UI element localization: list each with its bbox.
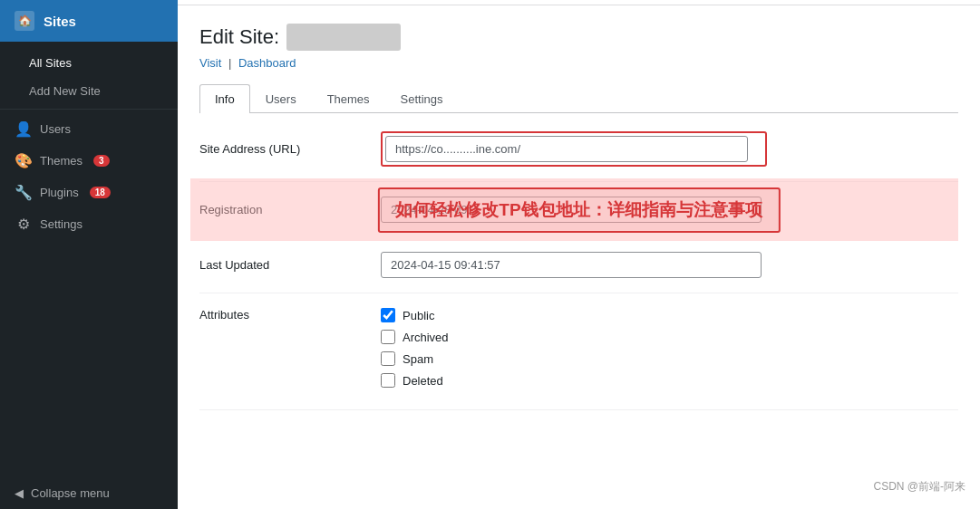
last-updated-field [381, 252, 958, 278]
sidebar-item-plugins[interactable]: 🔧 Plugins 18 [0, 177, 178, 208]
tabs-bar: Info Users Themes Settings [199, 84, 958, 113]
last-updated-input[interactable] [381, 252, 762, 278]
deleted-label[interactable]: Deleted [403, 374, 443, 388]
page-title-blurred [286, 24, 401, 51]
attributes-field: Public Archived Spam Deleted [381, 308, 958, 395]
content-wrapper: Edit Site: Visit | Dashboard Info Users … [178, 5, 980, 509]
url-field-wrapper [381, 131, 767, 167]
all-sites-label: All Sites [29, 56, 72, 70]
add-new-site-label: Add New Site [29, 84, 101, 98]
plugins-badge: 18 [90, 187, 111, 198]
page-links: Visit | Dashboard [199, 56, 958, 70]
collapse-icon: ◀ [15, 486, 24, 500]
page-title-row: Edit Site: [199, 24, 958, 51]
sidebar-item-settings[interactable]: ⚙ Settings [0, 208, 178, 240]
deleted-checkbox[interactable] [381, 373, 395, 388]
plugins-label: Plugins [40, 186, 79, 199]
settings-icon: ⚙ [15, 216, 33, 233]
sidebar-separator-1 [0, 109, 178, 110]
public-label[interactable]: Public [403, 309, 434, 322]
link-separator: | [228, 56, 235, 70]
main-content: Edit Site: Visit | Dashboard Info Users … [178, 0, 980, 509]
visit-link[interactable]: Visit [199, 56, 221, 70]
watermark-text: CSDN @前端-阿来 [873, 480, 965, 493]
sidebar-header: 🏠 Sites [0, 0, 178, 42]
checkbox-row-spam: Spam [381, 351, 958, 366]
watermark: CSDN @前端-阿来 [873, 479, 965, 495]
sidebar-item-themes[interactable]: 🎨 Themes 3 [0, 145, 178, 177]
site-address-input[interactable] [385, 136, 748, 162]
public-checkbox[interactable] [381, 308, 395, 322]
registration-section: Registration 如何轻松修改TP钱包地址：详细指南与注意事项 [199, 197, 958, 223]
users-icon: 👤 [15, 120, 33, 138]
attributes-row: Attributes Public Archived Spam Deleted [199, 308, 958, 410]
tab-themes[interactable]: Themes [312, 84, 385, 113]
sidebar-title: Sites [44, 14, 76, 29]
registration-label: Registration [199, 203, 381, 216]
archived-checkbox[interactable] [381, 330, 395, 344]
collapse-label: Collapse menu [31, 486, 110, 500]
page-title-prefix: Edit Site: [199, 25, 279, 49]
last-updated-row: Last Updated [199, 252, 958, 293]
users-label: Users [40, 122, 71, 136]
sidebar-nav: All Sites Add New Site 👤 Users 🎨 Themes … [0, 42, 178, 477]
site-address-label: Site Address (URL) [199, 142, 381, 156]
tab-users[interactable]: Users [250, 84, 312, 113]
collapse-menu[interactable]: ◀ Collapse menu [0, 477, 178, 509]
attributes-label: Attributes [199, 308, 381, 322]
registration-field [381, 197, 958, 223]
themes-icon: 🎨 [15, 152, 33, 169]
last-updated-label: Last Updated [199, 258, 381, 272]
registration-row: Registration [199, 197, 958, 223]
site-address-field [381, 131, 958, 167]
sidebar-item-all-sites[interactable]: All Sites [0, 49, 178, 77]
sidebar-item-users[interactable]: 👤 Users [0, 113, 178, 145]
plugins-icon: 🔧 [15, 184, 33, 201]
sidebar-item-add-new-site[interactable]: Add New Site [0, 77, 178, 105]
settings-label: Settings [40, 217, 82, 231]
dashboard-link[interactable]: Dashboard [238, 56, 296, 70]
spam-checkbox[interactable] [381, 351, 395, 366]
spacer-after-banner [199, 223, 958, 252]
sites-icon: 🏠 [15, 11, 34, 31]
sidebar: 🏠 Sites All Sites Add New Site 👤 Users 🎨… [0, 0, 178, 509]
tab-info[interactable]: Info [199, 84, 250, 113]
registration-input[interactable] [381, 197, 762, 223]
archived-label[interactable]: Archived [403, 331, 449, 344]
site-address-row: Site Address (URL) [199, 131, 958, 182]
checkbox-row-deleted: Deleted [381, 373, 958, 388]
themes-label: Themes [40, 154, 82, 168]
themes-badge: 3 [93, 155, 110, 167]
checkbox-row-public: Public [381, 308, 958, 322]
tab-settings[interactable]: Settings [385, 84, 459, 113]
spam-label[interactable]: Spam [403, 352, 433, 366]
checkbox-row-archived: Archived [381, 330, 958, 344]
